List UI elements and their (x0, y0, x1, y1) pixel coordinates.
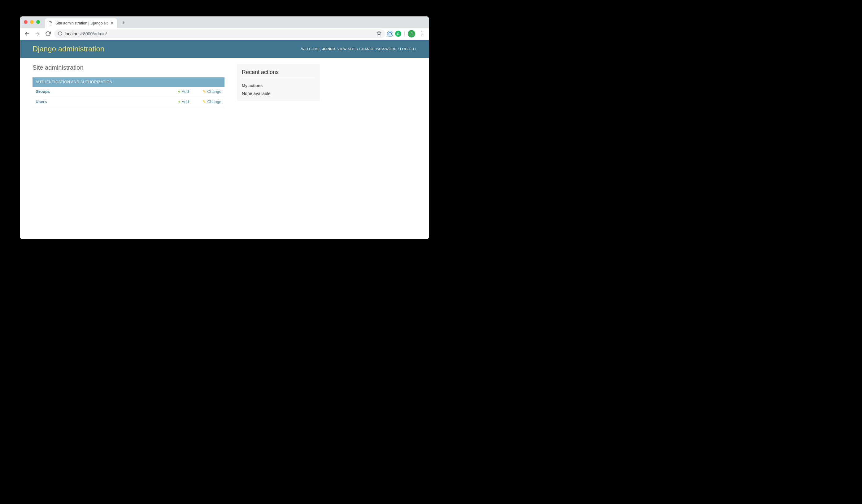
address-bar[interactable]: localhost:8000/admin/ (54, 29, 385, 38)
tab-close-button[interactable]: ✕ (110, 21, 114, 26)
content-main: Site administration AUTHENTICATION AND A… (32, 64, 224, 116)
tab-bar: Site administration | Django sit ✕ + (20, 16, 429, 28)
model-link-groups[interactable]: Groups (36, 89, 50, 94)
change-link-users[interactable]: ✎Change (203, 100, 221, 104)
model-row-users: Users +Add ✎Change (32, 96, 224, 107)
browser-window: Site administration | Django sit ✕ + loc… (20, 16, 429, 239)
site-branding: Django administration (32, 44, 104, 53)
model-link-users[interactable]: Users (36, 100, 47, 104)
window-controls (24, 20, 40, 24)
pencil-icon: ✎ (203, 100, 206, 104)
content-sidebar: Recent actions My actions None available (237, 64, 320, 116)
recent-actions-module: Recent actions My actions None available (237, 64, 320, 101)
browser-menu-button[interactable]: ⋮ (417, 30, 426, 37)
recent-actions-heading: Recent actions (242, 69, 315, 79)
window-maximize-button[interactable] (36, 20, 40, 24)
logout-link[interactable]: LOG OUT (400, 47, 416, 51)
model-table: Groups +Add ✎Change Users +Add ✎Change (32, 87, 224, 107)
plus-icon: + (178, 100, 180, 104)
view-site-link[interactable]: VIEW SITE (338, 47, 356, 51)
new-tab-button[interactable]: + (119, 19, 128, 28)
change-password-link[interactable]: CHANGE PASSWORD (359, 47, 397, 51)
change-link-groups[interactable]: ✎Change (203, 89, 221, 94)
reload-button[interactable] (44, 29, 52, 38)
browser-tab[interactable]: Site administration | Django sit ✕ (45, 18, 117, 28)
page-favicon-icon (48, 21, 53, 26)
svg-point-6 (389, 32, 392, 35)
welcome-text: WELCOME, (301, 47, 322, 51)
forward-button[interactable] (33, 29, 42, 38)
toolbar-divider (404, 31, 405, 37)
page-heading: Site administration (32, 64, 224, 71)
site-info-icon[interactable] (58, 31, 62, 37)
content-wrapper: Site administration AUTHENTICATION AND A… (20, 58, 429, 123)
profile-avatar[interactable]: J (408, 30, 415, 38)
admin-header: Django administration WELCOME, JFINER. V… (20, 40, 429, 58)
extension-icon-grammarly[interactable]: G (395, 31, 401, 37)
url-text: localhost:8000/admin/ (65, 31, 107, 36)
module-caption[interactable]: AUTHENTICATION AND AUTHORIZATION (32, 77, 224, 87)
app-module-auth: AUTHENTICATION AND AUTHORIZATION Groups … (32, 77, 224, 107)
none-available-text: None available (242, 91, 315, 96)
user-tools: WELCOME, JFINER. VIEW SITE / CHANGE PASS… (301, 47, 416, 51)
plus-icon: + (178, 89, 180, 94)
bookmark-star-icon[interactable] (377, 31, 381, 37)
add-link-users[interactable]: +Add (178, 100, 188, 104)
page-viewport: Django administration WELCOME, JFINER. V… (20, 40, 429, 239)
model-row-groups: Groups +Add ✎Change (32, 87, 224, 97)
username: JFINER (322, 47, 335, 51)
window-close-button[interactable] (24, 20, 28, 24)
add-link-groups[interactable]: +Add (178, 89, 188, 94)
browser-toolbar: localhost:8000/admin/ G J ⋮ (20, 28, 429, 40)
window-minimize-button[interactable] (30, 20, 34, 24)
back-button[interactable] (23, 29, 31, 38)
my-actions-heading: My actions (242, 83, 315, 88)
extension-icon-1[interactable] (387, 31, 393, 37)
tab-title: Site administration | Django sit (55, 21, 108, 25)
svg-marker-5 (377, 31, 381, 35)
pencil-icon: ✎ (203, 89, 206, 94)
